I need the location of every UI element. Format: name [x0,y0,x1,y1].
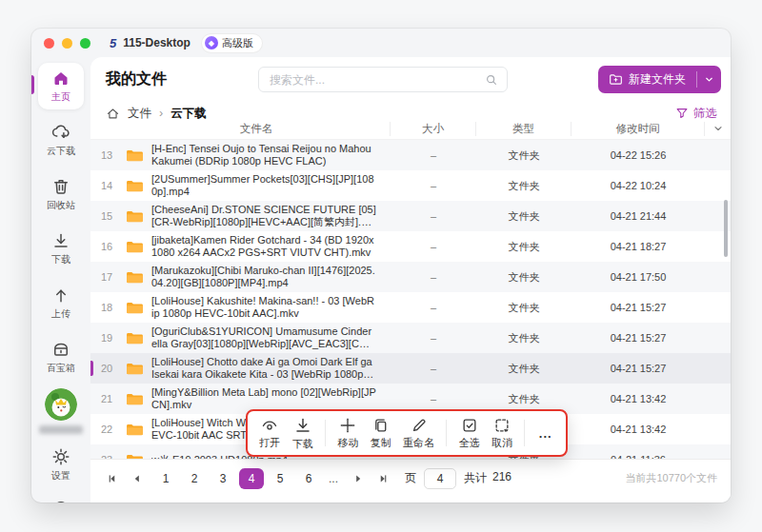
toolbar-rename-button[interactable]: 重命名 [403,417,434,450]
column-modified[interactable]: 修改时间 [572,122,705,136]
file-name-cell: [2USummer]Summer Pockets[03][CHS][JP][10… [123,173,391,198]
page-number-1[interactable]: 1 [153,468,178,489]
table-row[interactable]: 14[2USummer]Summer Pockets[03][CHS][JP][… [90,170,731,201]
table-row[interactable]: 20[LoliHouse] Chotto dake Ai ga Omoi Dar… [90,353,731,384]
table-row[interactable]: 19[OguriClub&S1YURICON] Umamusume Cinder… [90,323,731,353]
file-name-cell: [H-Enc] Tensei Oujo to Tensai Reijou no … [123,143,391,167]
file-type: 文件夹 [476,331,572,345]
row-index: 16 [90,241,123,252]
toolbar-divider [325,420,326,446]
file-size: – [391,332,476,344]
file-modified: 04-21 15:27 [572,363,705,374]
sidebar-item-upload[interactable]: 上传 [38,280,84,326]
file-name: [Marukazoku][Chibi Maruko-chan II][1476]… [151,265,376,289]
sidebar-item-about-info[interactable]: 关于 [38,494,84,502]
total-value: 216 [492,470,511,486]
vertical-scrollbar[interactable] [724,200,728,257]
cloud-download-icon [51,123,70,142]
table-row[interactable]: 16[jibaketa]Kamen Rider Gotchard - 34 (B… [90,231,731,262]
sidebar-item-treasure-box[interactable]: 百宝箱 [38,334,84,381]
avatar[interactable] [45,388,77,421]
file-name-cell: [CheeseAni] Dr.STONE SCIENCE FUTURE [05]… [123,204,391,228]
page-number-2[interactable]: 2 [182,468,207,489]
file-name-cell: [OguriClub&S1YURICON] Umamusume Cinderel… [123,325,391,350]
toolbar-copy-button[interactable]: 复制 [371,417,391,450]
column-settings-chevron-icon[interactable] [705,123,731,134]
folder-icon [126,179,144,193]
sidebar-item-label: 回收站 [47,199,75,212]
file-type: 文件夹 [476,270,572,285]
sidebar-nav: 主页云下载回收站下载上传百宝箱 [38,63,84,388]
sidebar-item-label: 下载 [51,253,70,266]
column-type[interactable]: 类型 [476,122,572,136]
sidebar-item-label: 设置 [51,469,70,483]
page-ellipsis[interactable]: ... [325,472,342,485]
table-row[interactable]: 18[LoliHouse] Kakushite! Makina-san!! - … [90,292,731,323]
titlebar: 5 115-Desktop ◆ 高级版 [31,29,731,57]
row-index: 15 [90,210,123,222]
sidebar-item-download[interactable]: 下载 [38,226,84,272]
folder-icon [126,331,144,345]
toolbar-cancel-select-button[interactable]: 取消 [491,417,512,450]
sidebar-bottom: 设置关于 [38,388,84,502]
toolbar-download-button[interactable]: 下载 [292,416,313,451]
toolbar-button-label: 全选 [459,436,480,450]
next-page-button[interactable] [350,470,367,487]
file-type: 文件夹 [476,362,572,376]
toolbar-more-button[interactable]: ... [537,426,554,441]
file-modified: 04-22 10:24 [572,180,705,191]
premium-badge[interactable]: ◆ 高级版 [202,34,262,52]
sidebar-item-label: 百宝箱 [47,362,75,375]
file-name-cell: [LoliHouse] Kakushite! Makina-san!! - 03… [123,295,391,320]
close-window-button[interactable] [44,38,54,49]
column-filename[interactable]: 文件名 [123,122,391,136]
page-number-4[interactable]: 4 [239,468,264,489]
last-page-button[interactable] [374,470,391,487]
file-name: [LoliHouse] Kakushite! Makina-san!! - 03… [151,295,376,320]
file-modified: 04-21 21:44 [572,210,705,222]
chevron-down-icon[interactable] [697,74,721,85]
table-row[interactable]: 13[H-Enc] Tensei Oujo to Tensai Reijou n… [90,140,731,170]
window-controls [44,38,90,49]
row-index: 14 [90,180,123,191]
new-folder-button[interactable]: 新建文件夹 [598,71,696,88]
app-title: 115-Desktop [123,36,190,49]
prev-page-button[interactable] [129,470,146,487]
page-input[interactable] [424,468,456,489]
folder-icon [126,423,144,437]
sidebar-item-recycle-bin[interactable]: 回收站 [38,171,84,218]
file-modified: 04-21 15:27 [572,332,705,344]
column-size[interactable]: 大小 [391,122,476,136]
page-numbers: 123456... [153,468,342,489]
new-folder-split-button: 新建文件夹 [598,66,721,93]
first-page-button[interactable] [104,470,121,487]
total-pages: 共计 216 [464,470,511,486]
page-number-3[interactable]: 3 [211,468,235,489]
file-modified: 04-21 18:27 [572,241,705,252]
minimize-window-button[interactable] [62,38,72,49]
search-input[interactable] [268,72,485,88]
maximize-window-button[interactable] [80,38,90,49]
page-number-5[interactable]: 5 [268,468,292,489]
page-number-6[interactable]: 6 [296,468,321,489]
download-icon [293,416,312,435]
file-name-cell: [jibaketa]Kamen Rider Gotchard - 34 (BD … [123,234,391,259]
file-size: – [391,180,476,191]
sidebar-bottom-nav: 设置关于 [38,442,84,502]
folder-icon [126,301,144,315]
row-index: 18 [90,302,123,313]
sidebar-item-home[interactable]: 主页 [38,63,84,109]
file-size: – [391,149,476,161]
settings-gear-icon [51,447,70,466]
file-name: [CheeseAni] Dr.STONE SCIENCE FUTURE [05]… [151,204,376,228]
sidebar-item-cloud-download[interactable]: 云下载 [38,117,84,164]
toolbar-select-all-button[interactable]: 全选 [459,417,480,450]
row-index: 17 [90,271,123,283]
page-label: 页 [405,470,416,486]
sidebar-item-settings-gear[interactable]: 设置 [38,442,84,488]
folder-icon [126,148,144,163]
toolbar-move-button[interactable]: 移动 [337,417,358,450]
table-row[interactable]: 17[Marukazoku][Chibi Maruko-chan II][147… [90,262,731,292]
table-row[interactable]: 15[CheeseAni] Dr.STONE SCIENCE FUTURE [0… [90,201,731,231]
toolbar-open-button[interactable]: 打开 [259,417,280,450]
